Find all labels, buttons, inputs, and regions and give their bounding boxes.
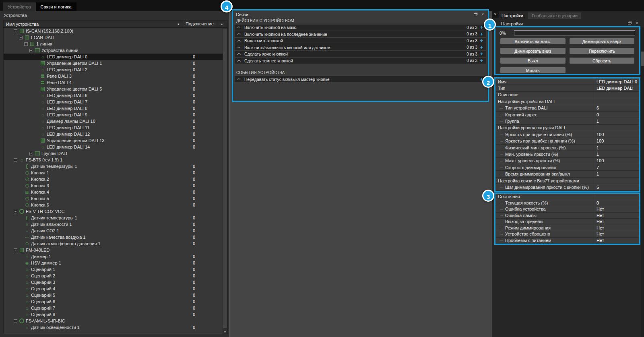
property-value[interactable]: Нет	[594, 206, 639, 212]
property-value[interactable]: 0	[594, 200, 639, 206]
tree-row[interactable]: Датчик влажности 10	[4, 221, 223, 227]
property-value[interactable]: 100	[594, 131, 639, 137]
collapse-icon[interactable]: −	[14, 248, 17, 252]
add-link-icon[interactable]: +	[480, 45, 483, 50]
tree-row[interactable]: LED диммер DALI 60	[4, 92, 223, 99]
settings-scrollbar[interactable]	[641, 27, 644, 337]
control-button[interactable]: Сбросить	[570, 58, 635, 64]
tree-row[interactable]: Диммер лампы DALI 100	[4, 118, 223, 124]
tree-row[interactable]: Управление цветом DALI 10	[4, 60, 223, 66]
tree-row[interactable]: LED диммер DALI 90	[4, 112, 223, 118]
collapse-icon[interactable]: −	[14, 210, 17, 213]
tree-row[interactable]: Кнопка 30	[4, 182, 223, 189]
tree-row[interactable]: Сценарий 60	[4, 298, 223, 305]
property-value[interactable]: 5	[594, 184, 639, 190]
control-button[interactable]: Диммировать вниз	[500, 48, 566, 54]
tree-row[interactable]: Датчик температуры 10	[4, 163, 223, 170]
property-value[interactable]	[594, 92, 639, 98]
tab-global-scenarios[interactable]: Глобальные сценарии	[528, 12, 581, 19]
tree-row[interactable]: LED диммер DALI 20	[4, 66, 223, 73]
property-value[interactable]	[594, 98, 639, 104]
dock-close-icon[interactable]: ×	[492, 11, 499, 18]
link-action-row[interactable]: Включить/выключить кнопкой или датчиком0…	[235, 44, 486, 50]
tree-row[interactable]: Сценарий 50	[4, 292, 223, 298]
control-button[interactable]: Выкл	[500, 58, 566, 64]
tree-row[interactable]: Сценарий 40	[4, 285, 223, 292]
scroll-up-icon[interactable]: ▲	[216, 21, 227, 27]
collapse-icon[interactable]: −	[14, 319, 17, 323]
link-action-row[interactable]: Выключить кнопкой0 из 3+	[235, 38, 486, 44]
tree-row[interactable]: Диммер 10	[4, 253, 223, 260]
property-value[interactable]: 6	[594, 105, 639, 111]
tree-row[interactable]: HSV диммер 10	[4, 260, 223, 266]
tree-row[interactable]: −FM-040LED	[4, 247, 223, 253]
collapse-caret-icon[interactable]	[237, 26, 240, 29]
scrollbar-thumb[interactable]	[223, 29, 227, 328]
tree-row[interactable]: Датчик атмосферного давления 10	[4, 240, 223, 247]
collapse-caret-icon[interactable]	[237, 33, 240, 36]
tree-row[interactable]: Реле DALI 30	[4, 73, 223, 79]
collapse-icon[interactable]: −	[29, 49, 33, 52]
property-value[interactable]: Нет	[594, 225, 639, 231]
tree-row[interactable]: Кнопка 10	[4, 170, 223, 176]
link-action-row[interactable]: Включить кнопкой на макс.0 из 3+	[235, 25, 486, 31]
link-action-row[interactable]: Включить кнопкой на последнее значение0 …	[235, 31, 486, 37]
link-action-row[interactable]: Передавать статус вкл/выкл мастер-кнопке…	[235, 76, 486, 82]
property-value[interactable]: Нет	[594, 231, 639, 237]
collapse-icon[interactable]: −	[19, 36, 23, 39]
property-value[interactable]: 100	[594, 158, 639, 164]
property-value[interactable]: LED диммер DALI 0	[594, 79, 639, 85]
control-button[interactable]: Включить на макс.	[500, 38, 566, 44]
tree-row[interactable]: Датчик качества воздуха 10	[4, 234, 223, 240]
tree-row[interactable]: +Группы DALI	[4, 150, 223, 157]
column-header-connection[interactable]: Подключение	[182, 21, 216, 27]
tab-devices[interactable]: Устройства	[3, 2, 36, 11]
tree-row[interactable]: Сценарий 70	[4, 305, 223, 311]
tree-row[interactable]: LED диммер DALI 80	[4, 105, 223, 112]
control-button[interactable]: Диммировать вверх	[570, 38, 635, 44]
link-action-row[interactable]: Сделать ярче кнопкой0 из 3+	[235, 51, 486, 57]
tree-row[interactable]: LED диммер DALI 70	[4, 99, 223, 105]
tree-row[interactable]: Реле DALI 40	[4, 79, 223, 86]
tree-row[interactable]: −FS-V-M-IL-S-IR-BIC	[4, 318, 223, 324]
tree-row[interactable]: Сценарий 20	[4, 273, 223, 279]
expand-icon[interactable]: +	[29, 152, 33, 155]
tree-row[interactable]: Датчик CO2 10	[4, 227, 223, 234]
tree-row[interactable]: LED диммер DALI 00	[4, 54, 223, 60]
property-value[interactable]: 100	[594, 138, 639, 144]
collapse-icon[interactable]: −	[14, 158, 17, 162]
tree-row[interactable]: −IS-CAN (192.168.2.100)	[4, 28, 223, 34]
collapse-caret-icon[interactable]	[237, 60, 240, 63]
tree-row[interactable]: LED диммер DALI 140	[4, 144, 223, 150]
tree-row[interactable]: Кнопка 50	[4, 195, 223, 202]
add-link-icon[interactable]: +	[480, 58, 483, 64]
tree-row[interactable]: Кнопка 60	[4, 202, 223, 208]
property-value[interactable]: Нет	[594, 213, 639, 219]
tab-links-logic[interactable]: Связи и логика	[36, 2, 76, 11]
control-button[interactable]: Мигать	[500, 67, 566, 73]
add-link-icon[interactable]: +	[480, 25, 483, 30]
add-link-icon[interactable]: +	[480, 51, 483, 57]
collapse-caret-icon[interactable]	[237, 39, 240, 43]
property-value[interactable]: 1	[594, 118, 639, 124]
add-link-icon[interactable]: +	[480, 31, 483, 37]
tree-row[interactable]: −FS-BT6 (rev 1.9) 1	[4, 157, 223, 163]
tree-row[interactable]: Сценарий 30	[4, 279, 223, 285]
tree-row[interactable]: Сценарий 80	[4, 311, 223, 318]
collapse-caret-icon[interactable]	[237, 53, 240, 56]
tree-row[interactable]: Управление цветом DALI 50	[4, 86, 223, 92]
tree-row[interactable]: Управление цветом DALI 130	[4, 137, 223, 144]
property-value[interactable]: LED диммер DALI	[594, 85, 639, 91]
tree-row[interactable]: Датчик освещенности 10	[4, 324, 223, 331]
brightness-progressbar[interactable]	[514, 30, 635, 35]
tree-row[interactable]: Датчик температуры 10	[4, 215, 223, 221]
tree-row[interactable]: −1 линия	[4, 41, 223, 47]
close-panel-icon[interactable]: ×	[634, 21, 639, 26]
close-panel-icon[interactable]: ×	[480, 12, 485, 17]
tree-row[interactable]: −FS-V-TH-CO2-VOC	[4, 208, 223, 215]
collapse-caret-icon[interactable]	[237, 78, 240, 81]
tree-row[interactable]: Сценарий 10	[4, 266, 223, 273]
tree-row[interactable]: Кнопка 20	[4, 176, 223, 182]
property-value[interactable]	[594, 125, 639, 131]
tree-row[interactable]: LED диммер DALI 110	[4, 124, 223, 131]
